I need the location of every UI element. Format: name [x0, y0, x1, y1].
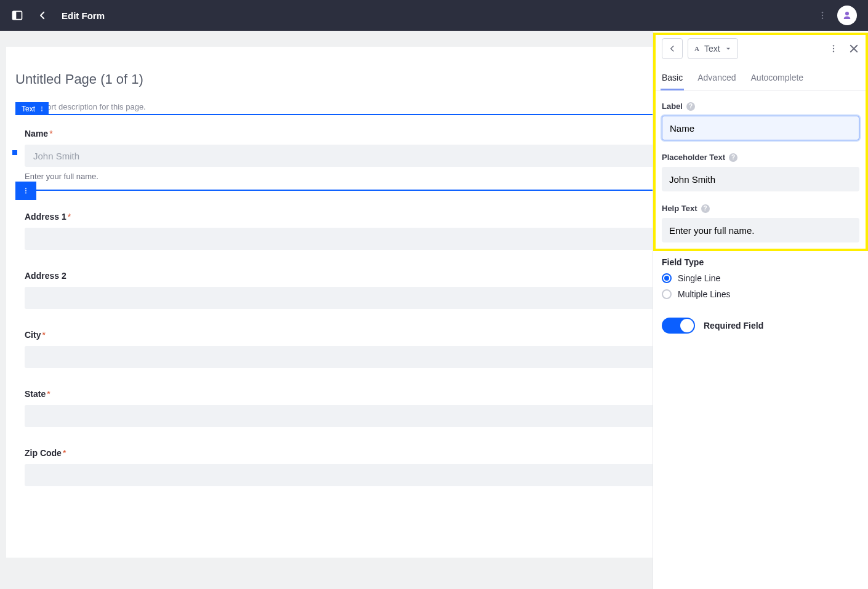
tab-advanced[interactable]: Advanced — [697, 66, 736, 90]
field-type-title: Field Type — [662, 257, 859, 267]
radio-multiple-lines[interactable]: Multiple Lines — [662, 289, 859, 299]
help-icon[interactable]: ? — [686, 102, 695, 111]
field-type-dropdown-label: Text — [704, 44, 720, 54]
radio-icon — [662, 289, 672, 299]
tab-basic[interactable]: Basic — [662, 66, 683, 90]
svg-point-4 — [822, 17, 823, 18]
close-panel-icon[interactable] — [848, 43, 859, 54]
svg-point-9 — [25, 190, 26, 191]
required-star: * — [49, 129, 52, 138]
field-drag-handle[interactable] — [12, 150, 17, 155]
svg-point-8 — [25, 188, 26, 190]
chevron-down-icon — [725, 46, 731, 52]
panel-back-button[interactable] — [662, 38, 683, 59]
required-toggle-label: Required Field — [704, 321, 763, 331]
svg-point-12 — [833, 48, 834, 49]
required-toggle[interactable] — [662, 318, 695, 334]
field-label: Zip Code — [25, 448, 62, 458]
field-type-dropdown[interactable]: A Text — [688, 38, 738, 59]
radio-icon — [662, 273, 672, 283]
label-field-title: Label — [662, 102, 683, 111]
tab-autocomplete[interactable]: Autocomplete — [751, 66, 804, 90]
field-label: Name — [25, 129, 48, 138]
svg-rect-1 — [13, 11, 17, 19]
panel-tabs: Basic Advanced Autocomplete — [653, 66, 868, 90]
field-type-tag: Text — [15, 102, 49, 115]
topbar-menu-icon[interactable] — [818, 10, 827, 20]
required-star: * — [47, 389, 50, 399]
svg-point-3 — [822, 15, 823, 16]
field-label: Address 2 — [25, 271, 66, 281]
radio-label: Multiple Lines — [678, 289, 731, 299]
required-star: * — [63, 448, 66, 458]
svg-point-13 — [833, 50, 834, 52]
helptext-input[interactable] — [662, 218, 859, 242]
svg-point-5 — [41, 106, 42, 108]
radio-label: Single Line — [678, 273, 720, 283]
text-type-icon: A — [694, 45, 699, 52]
field-label: Address 1 — [25, 212, 66, 222]
page-title: Edit Form — [62, 10, 105, 21]
svg-point-11 — [833, 45, 834, 46]
field-type-tag-label: Text — [22, 105, 35, 113]
panel-menu-icon[interactable] — [829, 44, 838, 54]
topbar: Edit Form — [0, 0, 868, 31]
svg-point-2 — [822, 12, 823, 13]
field-label: City — [25, 330, 41, 340]
placeholder-input[interactable] — [662, 167, 859, 191]
svg-point-6 — [41, 108, 42, 110]
required-star: * — [68, 212, 71, 222]
radio-single-line[interactable]: Single Line — [662, 273, 859, 283]
panel-toggle-icon[interactable] — [11, 9, 23, 22]
help-icon[interactable]: ? — [701, 204, 710, 213]
field-tag-menu-icon[interactable] — [39, 105, 45, 113]
properties-panel: A Text Basic Advanced Autocomplete — [653, 31, 868, 589]
help-field-title: Help Text — [662, 204, 697, 213]
user-avatar[interactable] — [837, 6, 857, 25]
svg-point-7 — [41, 110, 42, 111]
field-label: State — [25, 389, 46, 399]
back-button[interactable] — [37, 10, 48, 21]
label-input[interactable] — [662, 116, 859, 140]
help-icon[interactable]: ? — [729, 153, 737, 162]
placeholder-field-title: Placeholder Text — [662, 153, 725, 162]
required-star: * — [42, 330, 45, 340]
